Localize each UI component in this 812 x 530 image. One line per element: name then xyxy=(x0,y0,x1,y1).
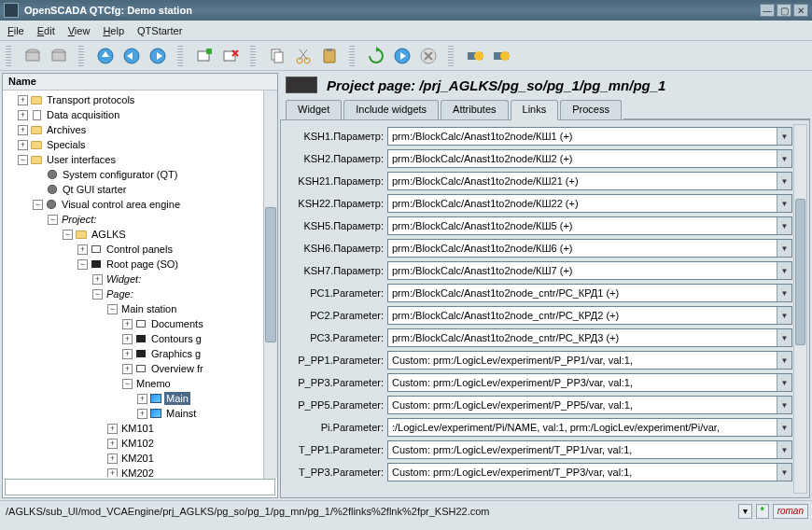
toolbar-grip[interactable] xyxy=(177,46,183,66)
tree-expander[interactable]: − xyxy=(63,230,73,240)
tree-expander[interactable]: + xyxy=(107,453,118,464)
db-load-icon[interactable] xyxy=(21,44,45,68)
item-del-icon[interactable] xyxy=(218,44,243,68)
nav-forward-icon[interactable] xyxy=(146,44,170,68)
toolbar-grip[interactable] xyxy=(78,46,84,66)
tree-item[interactable]: AGLKS xyxy=(90,228,128,241)
tree-item[interactable]: Page: xyxy=(105,287,135,300)
param-combo[interactable]: prm:/BlockCalc/Anast1to2node_cntr/РС_КРД… xyxy=(387,328,792,347)
toolbar-grip[interactable] xyxy=(349,46,355,66)
paste-icon[interactable] xyxy=(317,44,342,68)
param-combo[interactable]: prm:/BlockCalc/Anast1to2node/КШ6 (+)▼ xyxy=(387,239,792,258)
menu-edit[interactable]: Edit xyxy=(37,25,55,36)
tree-expander[interactable]: + xyxy=(122,334,133,344)
param-combo[interactable]: Custom: prm:/LogicLev/experiment/P_PP3/v… xyxy=(387,373,792,392)
tree-item[interactable]: Graphics g xyxy=(149,347,203,360)
tree-expander[interactable]: + xyxy=(18,95,28,105)
toolbar-grip[interactable] xyxy=(6,46,11,66)
tree-item[interactable]: Widget: xyxy=(105,272,143,286)
param-combo[interactable]: prm:/BlockCalc/Anast1to2node/КШ1 (+)▼ xyxy=(387,127,792,146)
param-combo[interactable]: prm:/BlockCalc/Anast1to2node_cntr/РС_КРД… xyxy=(387,284,792,302)
param-combo[interactable]: Custom: prm:/LogicLev/experiment/T_PP3/v… xyxy=(387,463,792,481)
chevron-down-icon[interactable]: ▼ xyxy=(777,352,791,369)
tab-attributes[interactable]: Attributes xyxy=(441,100,508,120)
tab-widget[interactable]: Widget xyxy=(286,100,342,120)
tree-item[interactable]: Visual control area engine xyxy=(60,198,182,211)
tool-b-icon[interactable] xyxy=(489,44,513,68)
item-add-icon[interactable] xyxy=(192,44,217,68)
tree-expander[interactable]: + xyxy=(92,274,103,285)
tree-item[interactable]: Main station xyxy=(119,302,178,315)
status-dropdown[interactable]: ▾ xyxy=(738,504,752,519)
tree-expander[interactable]: − xyxy=(48,215,58,225)
tree-item[interactable]: Contours g xyxy=(149,332,203,345)
tree-item[interactable]: Project: xyxy=(60,213,98,226)
param-combo[interactable]: :/LogicLev/experiment/Pi/NAME, val:1, pr… xyxy=(387,418,792,437)
param-combo[interactable]: prm:/BlockCalc/Anast1to2node/КШ21 (+)▼ xyxy=(387,172,792,190)
chevron-down-icon[interactable]: ▼ xyxy=(777,150,791,167)
param-combo[interactable]: Custom: prm:/LogicLev/experiment/P_PP1/v… xyxy=(387,351,792,370)
maximize-button[interactable]: ▢ xyxy=(777,4,791,17)
tab-links[interactable]: Links xyxy=(511,100,559,120)
menu-view[interactable]: View xyxy=(68,25,91,36)
tree-expander[interactable]: + xyxy=(18,140,28,150)
copy-icon[interactable] xyxy=(265,44,289,68)
chevron-down-icon[interactable]: ▼ xyxy=(777,441,791,458)
nav-back-icon[interactable] xyxy=(119,44,144,68)
chevron-down-icon[interactable]: ▼ xyxy=(777,262,791,279)
tree-item[interactable]: KM101 xyxy=(119,422,156,435)
menu-qtstarter[interactable]: QTStarter xyxy=(137,25,182,36)
tree-expander[interactable]: + xyxy=(107,424,118,434)
param-combo[interactable]: prm:/BlockCalc/Anast1to2node/КШ5 (+)▼ xyxy=(387,216,792,235)
tree[interactable]: +Transport protocols +Data acquisition +… xyxy=(3,91,277,477)
tree-item[interactable]: Overview fr xyxy=(149,362,205,375)
tree-item[interactable]: User interfaces xyxy=(45,153,118,166)
tree-expander[interactable]: − xyxy=(33,200,43,210)
chevron-down-icon[interactable]: ▼ xyxy=(777,217,791,234)
param-combo[interactable]: Custom: prm:/LogicLev/experiment/P_PP5/v… xyxy=(387,396,792,414)
tool-a-icon[interactable] xyxy=(463,44,487,68)
param-combo[interactable]: prm:/BlockCalc/Anast1to2node_cntr/РС_КРД… xyxy=(387,306,792,325)
param-combo[interactable]: Custom: prm:/LogicLev/experiment/T_PP1/v… xyxy=(387,440,792,459)
tree-expander[interactable]: + xyxy=(18,110,28,120)
chevron-down-icon[interactable]: ▼ xyxy=(777,329,791,346)
tree-header-name[interactable]: Name xyxy=(3,74,277,91)
tree-expander[interactable]: + xyxy=(77,244,88,255)
tree-item[interactable]: Transport protocols xyxy=(45,93,136,106)
tree-expander[interactable]: + xyxy=(137,394,147,404)
tree-item[interactable]: Specials xyxy=(45,138,88,151)
run-icon[interactable] xyxy=(390,44,414,68)
minimize-button[interactable]: — xyxy=(760,4,775,17)
status-user[interactable]: roman xyxy=(773,504,808,519)
menu-file[interactable]: File xyxy=(7,25,24,36)
menu-help[interactable]: Help xyxy=(103,25,124,36)
chevron-down-icon[interactable]: ▼ xyxy=(777,195,791,212)
tree-item[interactable]: Documents xyxy=(149,317,205,330)
tree-expander[interactable]: + xyxy=(137,409,147,419)
cut-icon[interactable] xyxy=(291,44,315,68)
tree-item[interactable]: KM202 xyxy=(119,467,156,477)
tree-expander[interactable]: − xyxy=(107,304,118,314)
tree-expander[interactable]: − xyxy=(92,289,103,300)
chevron-down-icon[interactable]: ▼ xyxy=(777,397,791,413)
tree-item[interactable]: Archives xyxy=(45,123,88,136)
tree-expander[interactable]: + xyxy=(122,319,133,329)
param-combo[interactable]: prm:/BlockCalc/Anast1to2node/КШ7 (+)▼ xyxy=(387,261,792,280)
tree-expander[interactable]: − xyxy=(77,259,88,270)
tree-expander[interactable]: + xyxy=(122,364,133,374)
stop-icon[interactable] xyxy=(416,44,441,68)
param-combo[interactable]: prm:/BlockCalc/Anast1to2node/КШ22 (+)▼ xyxy=(387,194,792,213)
chevron-down-icon[interactable]: ▼ xyxy=(777,285,791,301)
tree-item[interactable]: Mainst xyxy=(164,407,198,420)
tree-expander[interactable]: + xyxy=(107,468,118,478)
tree-item[interactable]: KM201 xyxy=(119,452,156,465)
tree-filter-input[interactable] xyxy=(5,479,275,495)
tree-item[interactable]: Qt GUI starter xyxy=(61,183,128,196)
chevron-down-icon[interactable]: ▼ xyxy=(777,173,791,189)
panel-scrollbar[interactable] xyxy=(793,124,807,494)
tree-expander[interactable]: + xyxy=(18,125,28,135)
tree-item[interactable]: System configurator (QT) xyxy=(61,168,179,181)
chevron-down-icon[interactable]: ▼ xyxy=(777,374,791,391)
tree-expander[interactable]: + xyxy=(107,439,118,449)
tree-expander[interactable]: + xyxy=(122,349,133,359)
